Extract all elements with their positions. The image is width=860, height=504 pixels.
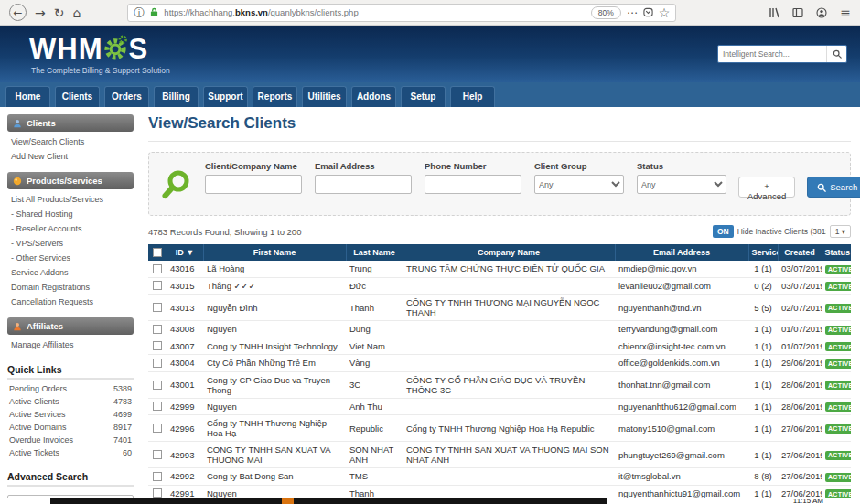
page-size-dropdown[interactable]: 1 ▾ (830, 225, 851, 238)
sidebar-toggle-icon[interactable] (792, 7, 803, 18)
home-icon[interactable]: ⌂ (72, 6, 81, 19)
quick-link-label-active-services[interactable]: Active Services (9, 410, 66, 419)
quick-link-row: Overdue Invoices7401 (7, 434, 134, 446)
tab-help[interactable]: Help (450, 86, 495, 107)
sidebar-header-affiliates: Affiliates (7, 317, 134, 335)
account-icon[interactable] (816, 7, 827, 18)
select-all-checkbox[interactable] (153, 248, 162, 257)
cell-first-name: Cổng ty TNHH Thương Nghiệp Hoa Hạ (203, 415, 346, 442)
column-header-id[interactable]: ID ▼ (167, 244, 203, 261)
cell-id: 43016 (167, 261, 203, 277)
sidebar-item-other-services[interactable]: - Other Services (7, 251, 134, 265)
taskbar-app-icon[interactable] (282, 498, 294, 504)
sidebar-section-title: Clients (27, 118, 56, 128)
filter-select-status[interactable]: Any (637, 175, 726, 194)
sidebar-item-manage-affiliates[interactable]: Manage Affiliates (7, 338, 134, 352)
column-header-status[interactable]: Status (822, 244, 851, 261)
bookmark-star-icon[interactable]: ☆ (659, 6, 671, 19)
back-icon[interactable]: ← (9, 4, 27, 21)
pocket-icon[interactable] (643, 7, 653, 17)
cell-services: 1 (1) (748, 321, 778, 338)
tab-support[interactable]: Support (203, 86, 248, 107)
intelligent-search-input[interactable] (718, 49, 826, 59)
intelligent-search-icon[interactable] (826, 46, 846, 62)
menu-icon[interactable]: ≡ (840, 6, 851, 19)
row-checkbox[interactable] (153, 303, 162, 312)
table-row: 43007Cong ty TNHH Insight TechnologyViet… (148, 338, 851, 355)
quick-link-row: Active Tickets60 (7, 446, 134, 459)
cell-services: 1 (1) (748, 442, 778, 468)
row-checkbox[interactable] (153, 359, 162, 368)
cell-id: 43013 (167, 295, 203, 321)
sidebar-item-shared-hosting[interactable]: - Shared Hosting (7, 207, 134, 221)
hide-inactive-toggle[interactable]: ON (713, 225, 734, 238)
cell-first-name: Nguyen (203, 398, 346, 415)
page-actions-icon[interactable]: ⋯ (627, 7, 638, 18)
url-bar[interactable]: ⓘ https://khachhang.bkns.vn/quanlybkns/c… (127, 4, 676, 22)
tab-orders[interactable]: Orders (104, 86, 149, 107)
row-checkbox[interactable] (153, 472, 162, 481)
quick-link-label-overdue-invoices[interactable]: Overdue Invoices (9, 435, 73, 445)
tab-addons[interactable]: Addons (351, 86, 396, 107)
tab-reports[interactable]: Reports (253, 86, 297, 107)
cell-select (148, 261, 167, 277)
reload-icon[interactable]: ↻ (54, 6, 65, 19)
sidebar-item-domain-registrations[interactable]: Domain Registrations (7, 280, 134, 295)
column-header-services[interactable]: Services (748, 244, 778, 261)
tab-home[interactable]: Home (5, 86, 50, 107)
cell-status: ACTIVE (822, 398, 851, 415)
quick-link-label-active-domains[interactable]: Active Domains (9, 423, 67, 432)
cell-status: ACTIVE (822, 485, 851, 498)
column-header-email-address[interactable]: Email Address (615, 244, 748, 261)
row-checkbox[interactable] (153, 488, 162, 498)
forward-icon[interactable]: → (35, 6, 46, 19)
quick-link-label-active-clients[interactable]: Active Clients (9, 397, 59, 406)
cell-select (148, 468, 167, 486)
sidebar-item-view-search-clients[interactable]: View/Search Clients (7, 134, 134, 149)
row-checkbox[interactable] (153, 264, 162, 273)
intelligent-search (717, 45, 847, 63)
sidebar-item-reseller-accounts[interactable]: - Reseller Accounts (7, 221, 134, 236)
row-checkbox[interactable] (153, 341, 162, 350)
filter-input-email-address[interactable] (315, 175, 412, 194)
column-header-company-name[interactable]: Company Name (403, 244, 615, 261)
cell-services: 1 (1) (748, 398, 778, 415)
tab-billing[interactable]: Billing (154, 86, 199, 107)
filter-input-client-company-name[interactable] (205, 175, 302, 194)
zoom-level-badge[interactable]: 80% (591, 6, 621, 19)
cell-id: 42999 (167, 398, 203, 415)
search-button[interactable]: Search (807, 177, 860, 198)
quick-link-label-active-tickets[interactable]: Active Tickets (9, 448, 59, 457)
quick-link-label-pending-orders[interactable]: Pending Orders (9, 384, 67, 393)
sidebar-item-vps-servers[interactable]: - VPS/Servers (7, 236, 134, 251)
sidebar-item-service-addons[interactable]: Service Addons (7, 265, 134, 280)
tab-setup[interactable]: Setup (401, 86, 446, 107)
sidebar-item-list-all-products-services[interactable]: List All Products/Services (7, 192, 134, 207)
library-icon[interactable] (769, 7, 779, 18)
filter-input-phone-number[interactable] (425, 175, 521, 194)
tab-utilities[interactable]: Utilities (302, 86, 347, 107)
row-checkbox[interactable] (153, 381, 162, 390)
sidebar-item-cancellation-requests[interactable]: Cancellation Requests (7, 295, 134, 309)
sidebar-section-affiliates: AffiliatesManage Affiliates (7, 317, 134, 352)
column-header-first-name[interactable]: First Name (203, 244, 346, 261)
advanced-filter-button[interactable]: + Advanced (738, 177, 795, 198)
row-checkbox[interactable] (153, 325, 162, 334)
cell-first-name: Cong ty TNHH Insight Technology (203, 338, 346, 355)
column-header-created[interactable]: Created (778, 244, 822, 261)
cell-email: terryvandung@gmail.com (615, 321, 748, 338)
column-header-last-name[interactable]: Last Name (346, 244, 403, 261)
row-checkbox[interactable] (153, 424, 162, 433)
cell-created: 01/07/2019 (778, 321, 822, 338)
cell-services: 1 (1) (748, 415, 778, 442)
row-checkbox[interactable] (153, 281, 162, 290)
sidebar-item-add-new-client[interactable]: Add New Client (7, 149, 134, 164)
row-checkbox[interactable] (153, 450, 162, 459)
cell-created: 27/06/2019 (778, 468, 822, 486)
filter-select-client-group[interactable]: Any (534, 175, 624, 194)
cell-company (403, 355, 615, 372)
info-icon[interactable]: ⓘ (134, 7, 145, 18)
tab-clients[interactable]: Clients (55, 86, 100, 107)
row-checkbox[interactable] (153, 402, 162, 411)
filter-field-client-group: Client GroupAny (534, 161, 624, 194)
